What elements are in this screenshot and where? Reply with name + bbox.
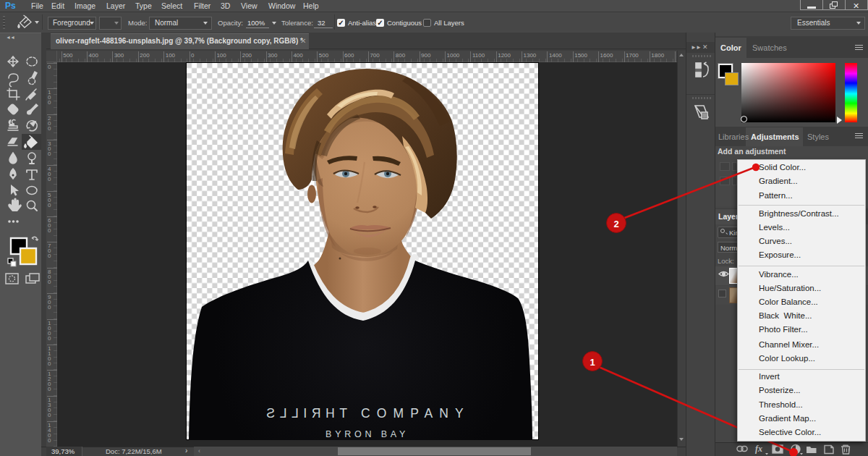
svg-text:2: 2 — [613, 219, 618, 229]
